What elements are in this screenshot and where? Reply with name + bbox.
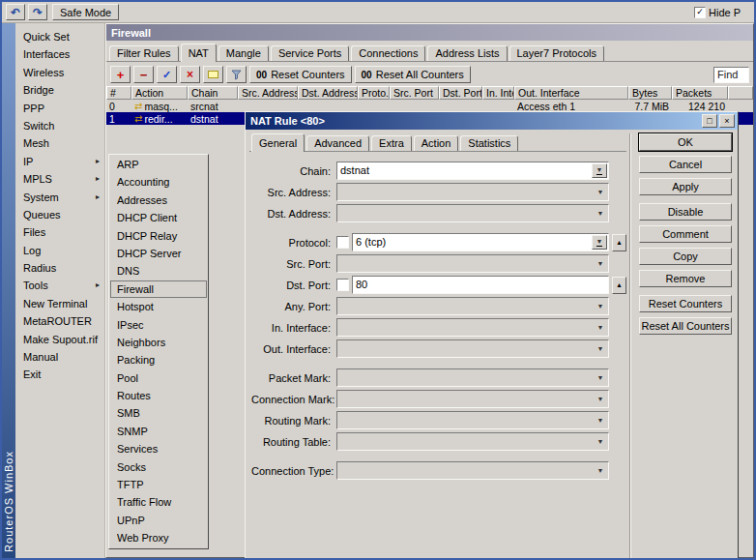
packet-mark-field[interactable]: ▼ (336, 368, 609, 387)
sidebar-item-wireless[interactable]: Wireless (15, 64, 104, 81)
add-button[interactable]: + (110, 66, 131, 83)
remove-button[interactable]: Remove (639, 270, 732, 287)
sidebar-item-ppp[interactable]: PPP (15, 100, 104, 117)
tab-advanced[interactable]: Advanced (306, 135, 369, 151)
tab-address-lists[interactable]: Address Lists (427, 45, 507, 61)
ip-menu-item-web-proxy[interactable]: Web Proxy (110, 529, 207, 546)
dropdown-button[interactable]: ▼ (593, 433, 608, 450)
ip-menu-item-firewall[interactable]: Firewall (110, 280, 207, 298)
sidebar-item-exit[interactable]: Exit (15, 366, 104, 383)
tab-filter-rules[interactable]: Filter Rules (109, 45, 179, 61)
sidebar-item-quick-set[interactable]: Quick Set (15, 28, 104, 45)
ip-menu-item-dhcp-relay[interactable]: DHCP Relay (110, 227, 207, 245)
comment-button[interactable]: Comment (639, 225, 732, 243)
firewall-window-titlebar[interactable]: Firewall (106, 24, 753, 41)
ip-menu-item-packing[interactable]: Packing (110, 351, 207, 368)
sidebar-item-new-terminal[interactable]: New Terminal (15, 295, 104, 312)
close-button[interactable]: × (719, 114, 735, 128)
apply-button[interactable]: Apply (639, 178, 732, 195)
col-dst-port[interactable]: Dst. Port (439, 86, 482, 100)
protocol-checkbox[interactable] (336, 236, 349, 249)
sidebar-item-tools[interactable]: Tools ▸ (15, 277, 104, 294)
tab-service-ports[interactable]: Service Ports (271, 45, 349, 61)
routing-table-field[interactable]: ▼ (336, 432, 609, 451)
sidebar-item-files[interactable]: Files (15, 223, 104, 241)
dropdown-button[interactable]: ▼ (593, 255, 608, 272)
sidebar-item-radius[interactable]: Radius (15, 259, 104, 277)
ip-menu-item-tftp[interactable]: TFTP (110, 476, 207, 493)
col-action[interactable]: Action (131, 86, 188, 100)
col-src-port[interactable]: Src. Port (390, 86, 439, 100)
dst-address-field[interactable]: ▼ (336, 204, 609, 222)
cancel-button[interactable]: Cancel (639, 156, 732, 173)
ip-menu-item-snmp[interactable]: SNMP (110, 423, 207, 440)
dropdown-button[interactable]: ▼ (593, 462, 608, 479)
src-address-field[interactable]: ▼ (336, 183, 609, 201)
dropdown-button[interactable]: ▼ (593, 412, 608, 428)
col-number[interactable]: # (106, 86, 131, 100)
remove-button[interactable]: − (133, 66, 154, 83)
sidebar-item-metarouter[interactable]: MetaROUTER (15, 312, 104, 330)
any-port-field[interactable]: ▼ (336, 297, 609, 315)
enable-button[interactable]: ✓ (157, 66, 177, 83)
ip-menu-item-accounting[interactable]: Accounting (110, 173, 207, 191)
col-chain[interactable]: Chain (188, 86, 238, 100)
sidebar-item-make-supout[interactable]: Make Supout.rif (15, 331, 104, 348)
dropdown-button[interactable]: ▼ (592, 235, 607, 250)
ip-menu-item-ipsec[interactable]: IPsec (110, 316, 207, 334)
remove-param-button[interactable]: ▲ (612, 234, 626, 251)
safe-mode-button[interactable]: Safe Mode (52, 4, 119, 20)
filter-button[interactable] (226, 66, 247, 83)
sidebar-item-interfaces[interactable]: Interfaces (15, 45, 104, 63)
src-port-field[interactable]: ▼ (336, 254, 609, 273)
reset-counters-button[interactable]: Reset Counters (639, 295, 732, 312)
reset-all-counters-button[interactable]: Reset All Counters (639, 317, 732, 335)
dropdown-button[interactable]: ▼ (593, 319, 608, 336)
sidebar-item-manual[interactable]: Manual (15, 348, 104, 366)
find-input[interactable]: Find (713, 67, 749, 83)
tab-general[interactable]: General (251, 133, 305, 152)
in-interface-field[interactable]: ▼ (336, 318, 609, 337)
ok-button[interactable]: OK (639, 133, 732, 151)
dialog-titlebar[interactable]: NAT Rule <80> □ × (246, 112, 738, 130)
tab-connections[interactable]: Connections (351, 45, 425, 61)
ip-menu-item-upnp[interactable]: UPnP (110, 512, 207, 529)
tab-nat[interactable]: NAT (181, 44, 217, 62)
sidebar-item-mesh[interactable]: Mesh (15, 134, 104, 152)
ip-menu-item-hotspot[interactable]: Hotspot (110, 298, 207, 315)
dropdown-button[interactable]: ▼ (592, 163, 607, 178)
disable-button[interactable]: Disable (639, 203, 732, 221)
dropdown-button[interactable]: ▼ (593, 205, 608, 221)
ip-menu-item-neighbors[interactable]: Neighbors (110, 334, 207, 351)
col-src-address[interactable]: Src. Address (238, 86, 298, 100)
dropdown-button[interactable]: ▼ (593, 298, 608, 314)
sidebar-item-bridge[interactable]: Bridge (15, 81, 104, 99)
sidebar-item-switch[interactable]: Switch (15, 117, 104, 134)
col-out-interface[interactable]: Out. Interface (514, 86, 628, 100)
reset-all-counters-button[interactable]: 00 Reset All Counters (355, 66, 471, 83)
disable-button[interactable]: × (180, 66, 200, 83)
dropdown-button[interactable]: ▼ (593, 340, 608, 357)
ip-menu-item-traffic-flow[interactable]: Traffic Flow (110, 493, 207, 511)
dst-port-checkbox[interactable] (336, 279, 349, 291)
chain-field[interactable]: dstnat ▼ (336, 162, 609, 180)
dst-port-field[interactable]: 80 (352, 276, 609, 294)
ip-menu-item-smb[interactable]: SMB (110, 404, 207, 422)
sidebar-item-queues[interactable]: Queues (15, 206, 104, 223)
col-protocol[interactable]: Proto... (358, 86, 390, 100)
ip-menu-item-pool[interactable]: Pool (110, 369, 207, 387)
reset-counters-button[interactable]: 00 Reset Counters (249, 66, 352, 83)
sidebar-item-system[interactable]: System ▸ (15, 189, 104, 206)
tab-extra[interactable]: Extra (371, 135, 412, 151)
connection-mark-field[interactable]: ▼ (336, 390, 609, 408)
ip-menu-item-dhcp-server[interactable]: DHCP Server (110, 245, 207, 262)
copy-button[interactable]: Copy (639, 248, 732, 265)
ip-menu-item-addresses[interactable]: Addresses (110, 192, 207, 209)
ip-menu-item-routes[interactable]: Routes (110, 387, 207, 404)
tab-mangle[interactable]: Mangle (218, 45, 269, 61)
ip-menu-item-dns[interactable]: DNS (110, 262, 207, 280)
protocol-field[interactable]: 6 (tcp) ▼ (352, 233, 609, 251)
rollup-button[interactable]: □ (702, 114, 717, 128)
ip-menu-item-socks[interactable]: Socks (110, 458, 207, 476)
undo-button[interactable]: ↶ (6, 4, 25, 20)
